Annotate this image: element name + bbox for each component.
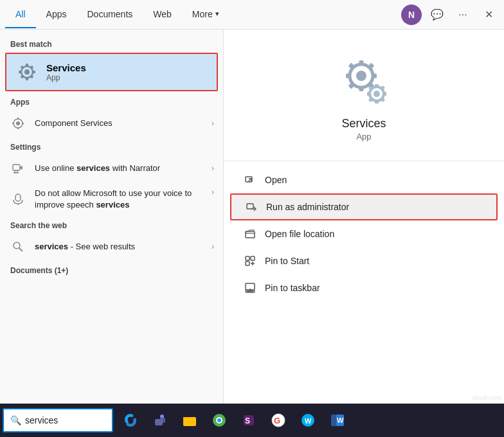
speech-services-item[interactable]: Do not allow Microsoft to use your voice… (0, 183, 223, 216)
slack-icon[interactable]: S (235, 407, 262, 434)
pin-to-start-action[interactable]: Pin to Start (224, 247, 504, 274)
pin-to-taskbar-label: Pin to taskbar (265, 283, 320, 293)
pin-to-start-icon (243, 254, 257, 268)
edge-icon[interactable] (117, 407, 144, 434)
close-icon[interactable]: ✕ (478, 4, 499, 25)
svg-rect-62 (183, 417, 196, 426)
app-detail-subtitle: App (356, 132, 371, 141)
open-label: Open (265, 175, 287, 185)
svg-rect-51 (251, 256, 255, 260)
svg-rect-5 (33, 71, 35, 73)
tab-web[interactable]: Web (143, 1, 182, 28)
chrome-icon[interactable] (206, 407, 233, 434)
svg-rect-37 (375, 84, 379, 87)
svg-rect-30 (372, 74, 377, 78)
best-match-title: Services (46, 62, 86, 73)
svg-rect-3 (26, 78, 28, 80)
options-icon[interactable]: ··· (453, 4, 473, 25)
best-match-text: Services App (46, 62, 86, 82)
speech-text: Do not allow Microsoft to use your voice… (35, 188, 212, 211)
svg-point-1 (24, 69, 30, 75)
svg-line-24 (19, 248, 22, 251)
svg-point-11 (16, 121, 20, 125)
run-as-admin-icon (244, 200, 258, 214)
svg-text:W: W (337, 416, 344, 424)
tab-all[interactable]: All (5, 1, 36, 28)
pin-to-taskbar-action[interactable]: Pin to taskbar (224, 274, 504, 301)
tab-more[interactable]: More (182, 1, 230, 28)
best-match-item[interactable]: Services App (5, 53, 218, 91)
svg-rect-12 (17, 118, 19, 120)
best-match-label: Best match (0, 35, 223, 51)
open-file-location-action[interactable]: Open file location (224, 220, 504, 247)
web-chevron: › (212, 242, 214, 251)
top-nav: All Apps Documents Web More N 💬 ··· ✕ (0, 0, 504, 30)
avatar[interactable]: N (401, 4, 422, 25)
svg-point-23 (14, 242, 20, 249)
feedback-icon[interactable]: 💬 (427, 4, 447, 25)
files-icon[interactable] (176, 407, 203, 434)
action-menu: Open Run as administrator (224, 161, 504, 307)
services-icon (15, 60, 39, 84)
app-detail-header: Services App (224, 30, 504, 161)
svg-rect-21 (15, 194, 21, 201)
svg-point-36 (374, 91, 380, 97)
svg-rect-15 (22, 123, 24, 124)
main-container: Best match (0, 30, 504, 404)
run-as-admin-action[interactable]: Run as administrator (230, 193, 498, 220)
speech-chevron: › (212, 188, 214, 197)
open-file-location-label: Open file location (265, 229, 334, 239)
right-panel: Services App Open (224, 30, 504, 404)
web-text: services - See web results (35, 241, 212, 253)
svg-text:W: W (305, 417, 312, 425)
svg-rect-40 (383, 92, 386, 96)
narrator-services-item[interactable]: Use online services with Narrator › (0, 154, 223, 183)
svg-rect-52 (246, 262, 249, 265)
docs-label: Documents (1+) (0, 261, 223, 278)
pin-to-taskbar-icon (243, 281, 257, 295)
svg-rect-28 (359, 87, 364, 91)
svg-rect-39 (367, 92, 370, 96)
svg-rect-13 (17, 127, 19, 129)
settings-label: Settings (0, 138, 223, 154)
app-detail-title: Services (341, 117, 386, 130)
tab-apps[interactable]: Apps (36, 1, 77, 28)
component-services-item[interactable]: Component Services › (0, 109, 223, 138)
svg-rect-47 (247, 204, 253, 209)
svg-rect-27 (359, 60, 364, 65)
component-services-chevron: › (212, 119, 214, 128)
nav-tabs: All Apps Documents Web More (5, 1, 401, 28)
app-detail-icon (338, 55, 390, 109)
narrator-icon (9, 159, 27, 177)
run-as-admin-label: Run as administrator (266, 202, 349, 212)
web-search-icon (9, 238, 27, 256)
svg-rect-2 (26, 64, 28, 66)
svg-text:S: S (245, 416, 250, 425)
open-icon (243, 173, 257, 187)
taskbar-search[interactable]: 🔍 services (3, 408, 113, 433)
narrator-text: Use online services with Narrator (35, 163, 212, 174)
taskbar-icons: S G W W (117, 407, 501, 434)
web-search-item[interactable]: services - See web results › (0, 233, 223, 261)
taskbar-search-icon: 🔍 (10, 415, 21, 425)
teams-icon[interactable] (147, 407, 174, 434)
svg-point-26 (356, 71, 366, 81)
webex-icon[interactable]: W (294, 407, 321, 434)
apps-label: Apps (0, 93, 223, 109)
open-action[interactable]: Open (224, 166, 504, 193)
svg-rect-50 (246, 256, 249, 260)
svg-point-65 (217, 418, 221, 422)
svg-rect-61 (160, 418, 165, 423)
svg-rect-49 (246, 231, 255, 238)
taskbar-search-text: services (25, 415, 58, 425)
web-label: Search the web (0, 216, 223, 233)
word-icon[interactable]: W (324, 407, 351, 434)
best-match-subtitle: App (46, 73, 86, 82)
open-file-location-icon (243, 227, 257, 241)
svg-rect-4 (19, 71, 21, 73)
google-icon[interactable]: G (265, 407, 292, 434)
tab-documents[interactable]: Documents (76, 1, 143, 28)
left-panel: Best match (0, 30, 224, 404)
svg-text:G: G (274, 416, 280, 425)
speech-icon (9, 190, 27, 208)
